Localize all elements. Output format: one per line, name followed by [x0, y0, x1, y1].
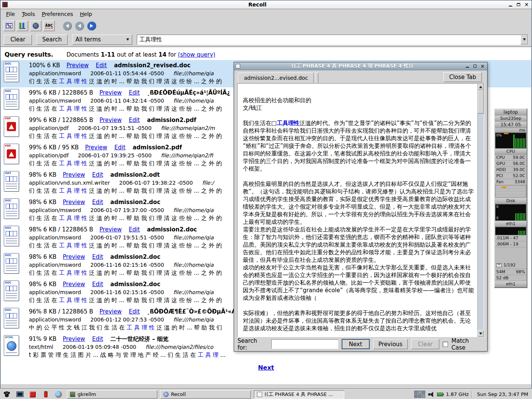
launcher-browser[interactable]	[54, 391, 63, 398]
task-button[interactable]: ((工 PHRASE 4 具 PHRASE ...	[254, 390, 344, 399]
edit-link[interactable]: Edit	[96, 62, 107, 69]
first-page-button[interactable]	[63, 21, 72, 30]
launcher-utility[interactable]	[41, 391, 50, 398]
preview-link[interactable]: Preview	[63, 336, 85, 342]
maximize-button[interactable]	[515, 2, 522, 8]
minimize-button[interactable]	[507, 2, 514, 8]
preview-link[interactable]: Preview	[63, 253, 85, 260]
edit-link[interactable]: Edit	[92, 336, 103, 342]
document-icon[interactable]: DOC	[4, 253, 24, 279]
find-clear-button[interactable]: Clear	[411, 339, 439, 349]
gkrellm-monitor[interactable]: laptop Sun23Sep 15:47 05 mo 0% CPU CPU59…	[494, 108, 527, 288]
close-tab-button[interactable]: Close Tab	[443, 72, 482, 82]
document-icon[interactable]: DOC	[4, 307, 24, 334]
launcher-paw[interactable]	[2, 391, 11, 398]
launcher-terminal[interactable]	[15, 391, 24, 398]
preview-close-button[interactable]: ✕	[480, 63, 486, 69]
match-case-checkbox[interactable]	[443, 342, 448, 347]
result-mimetype: application/msword	[29, 234, 81, 241]
battery-icon[interactable]	[437, 393, 443, 396]
clear-search-button[interactable]	[3, 21, 15, 31]
preview-tab[interactable]: admission2...evised.doc	[238, 73, 314, 83]
close-button[interactable]: ✕	[523, 2, 530, 8]
document-icon[interactable]: DOC	[4, 61, 24, 87]
mail-row[interactable]: 1/192	[495, 262, 527, 269]
document-icon[interactable]: PDF	[4, 143, 24, 169]
preview-link[interactable]: Preview	[63, 281, 85, 288]
preview-link[interactable]: Preview	[100, 308, 122, 315]
query-results-title: Query results.	[5, 51, 53, 58]
scroll-up-button[interactable]	[478, 84, 484, 90]
preview-link[interactable]: Preview	[63, 171, 85, 178]
launcher-package[interactable]	[28, 391, 37, 398]
menu-file[interactable]: File	[3, 10, 18, 18]
memory-row[interactable]: 54M98%	[495, 269, 527, 275]
scrollbar-thumb[interactable]	[478, 90, 484, 114]
menu-preferences[interactable]: Preferences	[38, 10, 76, 18]
history-button[interactable]	[30, 21, 41, 31]
search-input[interactable]	[137, 35, 521, 44]
preview-titlebar[interactable]: ((工 PHRASE 4 具 PHRASE 4 理 PHRASE 4 性)) ✕	[234, 62, 487, 70]
menu-tools[interactable]: Tools	[18, 10, 38, 18]
preview-link[interactable]: Preview	[63, 199, 85, 206]
preview-link[interactable]: Preview	[66, 62, 89, 69]
edit-link[interactable]: Edit	[129, 89, 140, 96]
spell-button[interactable]: ÂBÇ	[43, 21, 55, 31]
edit-link[interactable]: Edit	[92, 281, 103, 288]
menu-help[interactable]: Help	[76, 10, 95, 18]
find-input[interactable]	[271, 339, 338, 349]
result-url: file:///home/qia	[173, 70, 214, 76]
task-button[interactable]: Recoll	[160, 390, 251, 399]
document-icon[interactable]: ODT	[4, 171, 24, 197]
preview-link[interactable]: Preview	[85, 144, 107, 151]
show-query-link[interactable]: (show query)	[178, 51, 215, 58]
document-icon[interactable]: DOC	[4, 225, 24, 252]
edit-link[interactable]: Edit	[92, 171, 103, 178]
document-icon[interactable]: DOC	[4, 280, 24, 306]
query-history-dropdown[interactable]	[521, 35, 528, 44]
tray-applet-icons[interactable]	[414, 391, 425, 398]
previous-page-button[interactable]	[75, 21, 84, 30]
clear-button[interactable]: Clear	[4, 35, 32, 45]
result-snippet: 们 生 活 在 工 具 理 性 泛 滥 的 时 ... 帮 助 我 们 理 清 …	[29, 160, 222, 168]
next-results-link[interactable]: Next	[258, 364, 274, 371]
gkrellm-hostname[interactable]: laptop	[495, 109, 527, 116]
krell-panel[interactable]	[495, 185, 526, 198]
scroll-down-button[interactable]	[478, 330, 484, 337]
recoll-titlebar[interactable]: Recoll ✕	[0, 0, 532, 9]
result-url: file:///home/qian2/fi	[161, 152, 213, 158]
search-mode-value: All terms	[76, 36, 101, 43]
net-chart[interactable]	[495, 227, 526, 235]
clock[interactable]: Sun Sep 23, 3:47 PM	[475, 391, 530, 397]
preview-scrollbar[interactable]	[477, 84, 484, 337]
preview-link[interactable]: Preview	[100, 89, 122, 96]
task-button[interactable]: gkrellm	[67, 390, 157, 399]
preview-document[interactable]: 高校招生的社会功能和目的 文/钱江 我们生活在□工具理性泛滥的时代。作为“世之显…	[238, 84, 477, 337]
next-page-button[interactable]	[87, 21, 96, 30]
search-mode-select[interactable]: All terms	[72, 35, 132, 45]
document-icon[interactable]: DOC	[4, 89, 24, 115]
search-tool-button[interactable]	[17, 21, 28, 31]
speaker-icon[interactable]	[428, 392, 434, 397]
edit-link[interactable]: Edit	[92, 199, 103, 206]
document-icon[interactable]: HTML	[4, 335, 24, 361]
edit-link[interactable]: Edit	[114, 144, 125, 151]
edit-link[interactable]: Edit	[129, 117, 140, 124]
search-button[interactable]: Search	[36, 35, 68, 45]
result-filename: admission2.doc	[147, 226, 197, 233]
edit-link[interactable]: Edit	[129, 226, 140, 233]
edit-link[interactable]: Edit	[129, 308, 140, 315]
find-next-button[interactable]: Next	[342, 339, 370, 349]
document-icon[interactable]: DOC	[4, 198, 24, 224]
preview-link[interactable]: Preview	[100, 117, 122, 124]
document-icon[interactable]: PDF	[4, 116, 24, 142]
gkrellm-mo-label: mo	[495, 128, 527, 133]
scrollbar-track[interactable]	[478, 114, 484, 330]
preview-link[interactable]: Preview	[100, 226, 122, 233]
disk-chart[interactable]: 0 0	[495, 204, 526, 221]
find-previous-button[interactable]: Previous	[373, 339, 408, 349]
cpu-chart[interactable]: 0%	[495, 133, 526, 149]
preview-minimize-button[interactable]	[464, 63, 470, 69]
edit-link[interactable]: Edit	[92, 253, 103, 260]
preview-maximize-button[interactable]	[472, 63, 478, 69]
